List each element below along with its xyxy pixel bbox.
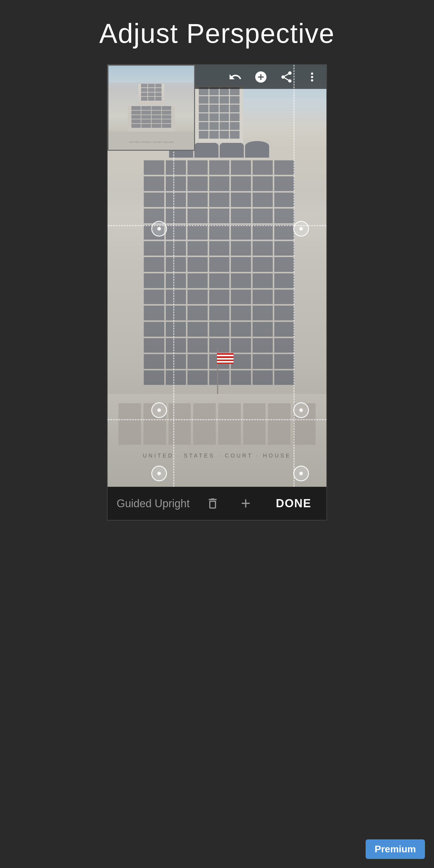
more-options-button[interactable]: [304, 69, 320, 85]
mode-label: Guided Upright: [117, 497, 204, 510]
toolbar-actions: + DONE: [204, 494, 317, 513]
premium-badge[interactable]: Premium: [366, 839, 425, 859]
editor-card: UNITED STATES COURT HOUSE: [107, 64, 327, 521]
handle-mid-left[interactable]: [151, 402, 167, 418]
thumbnail-overlay: UNITED STATES COURT HOUSE: [107, 65, 195, 151]
handle-mid-right[interactable]: [293, 402, 309, 418]
handle-top-left[interactable]: [151, 221, 167, 237]
bottom-toolbar: Guided Upright + DONE: [107, 487, 327, 520]
image-area: UNITED STATES COURT HOUSE: [107, 65, 327, 487]
page-title: Adjust Perspective: [99, 18, 335, 49]
share-button[interactable]: [278, 69, 295, 85]
thumbnail-building: UNITED STATES COURT HOUSE: [108, 66, 194, 150]
undo-button[interactable]: [227, 69, 244, 85]
delete-button[interactable]: [204, 495, 221, 513]
handle-bottom-right[interactable]: [293, 466, 309, 481]
handle-bottom-left[interactable]: [151, 466, 167, 481]
add-guide-button[interactable]: +: [237, 495, 255, 513]
done-button[interactable]: DONE: [270, 494, 317, 513]
add-button[interactable]: [253, 69, 269, 85]
handle-top-right[interactable]: [293, 221, 309, 237]
page-container: Adjust Perspective: [0, 0, 434, 868]
